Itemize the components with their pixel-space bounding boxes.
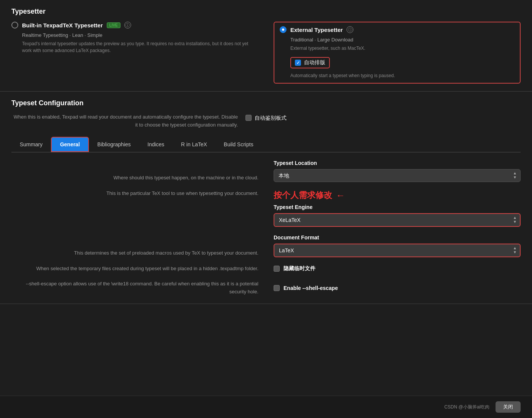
document-format-field: Document Format LaTeX ▲ ▼: [274, 234, 521, 257]
typeset-engine-desc: This is the particular TeX tool to use w…: [11, 190, 258, 227]
document-format-label: Document Format: [274, 234, 521, 241]
close-button[interactable]: 关闭: [496, 401, 521, 413]
tab-bibliographies[interactable]: Bibliographies: [89, 138, 139, 151]
external-radio[interactable]: [280, 26, 287, 33]
typeset-config-section: Typeset Configuration When this is enabl…: [0, 92, 532, 304]
builtin-option: Built-in TexpadTeX Typesetter LIVE ⓘ Rea…: [11, 22, 258, 84]
auto-detect-label: 自动鉴别板式: [255, 115, 287, 122]
external-option: External Typesetter ⓘ Traditional · Larg…: [274, 22, 521, 84]
tab-general[interactable]: General: [51, 137, 89, 152]
document-format-desc: This determines the set of preloaded mac…: [11, 234, 258, 257]
annotation-text: 按个人需求修改: [274, 190, 332, 200]
builtin-desc: Texpad's internal typesetter updates the…: [11, 40, 258, 54]
footer: CSDN @小脑斧ai吃肉 关闭: [0, 396, 532, 418]
tab-build-scripts[interactable]: Build Scripts: [215, 138, 262, 151]
builtin-info-icon[interactable]: ⓘ: [124, 22, 131, 28]
hidden-files-desc: When selected the temporary files create…: [11, 265, 258, 273]
typeset-location-select[interactable]: 本地: [274, 169, 521, 182]
document-format-select-wrapper: LaTeX ▲ ▼: [274, 244, 521, 257]
tab-r-in-latex[interactable]: R in LaTeX: [173, 138, 215, 151]
shell-escape-checkbox[interactable]: [274, 285, 280, 291]
typeset-engine-field: 按个人需求修改 ← Typeset Engine XeLaTeX ▲ ▼: [274, 190, 521, 227]
auto-typeset-label: 自动排版: [304, 59, 325, 66]
tabs-row: Summary General Bibliographies Indices R…: [11, 137, 521, 152]
auto-typeset-checkbox[interactable]: [295, 60, 301, 66]
typesetter-title: Typesetter: [11, 8, 521, 16]
external-subtitle: Traditional · Large Download: [280, 37, 515, 43]
builtin-subtitle: Realtime Typesetting · Lean · Simple: [11, 32, 258, 38]
external-header[interactable]: External Typesetter ⓘ: [280, 26, 515, 33]
tab-summary[interactable]: Summary: [11, 138, 51, 151]
typesetter-grid: Built-in TexpadTeX Typesetter LIVE ⓘ Rea…: [11, 22, 521, 84]
builtin-radio[interactable]: [11, 22, 18, 28]
general-tab-content: Where should this typeset happen, on the…: [11, 152, 521, 296]
live-badge: LIVE: [107, 22, 120, 28]
shell-escape-label: Enable --shell-escape: [283, 285, 338, 291]
tab-indices[interactable]: Indices: [139, 138, 173, 151]
builtin-label: Built-in TexpadTeX Typesetter: [22, 22, 103, 28]
config-title: Typeset Configuration: [11, 99, 521, 107]
external-desc: External typesetter, such as MacTeX.: [280, 45, 515, 52]
typeset-engine-label: Typeset Engine: [274, 204, 521, 210]
auto-typeset-desc: Automatically start a typeset when typin…: [280, 72, 515, 79]
typeset-engine-desc-text: This is the particular TeX tool to use w…: [106, 190, 258, 196]
typeset-engine-select-wrapper: XeLaTeX ▲ ▼: [274, 213, 521, 227]
typeset-engine-select[interactable]: XeLaTeX: [274, 213, 521, 227]
typeset-location-select-wrapper: 本地 ▲ ▼: [274, 169, 521, 182]
external-label: External Typesetter: [290, 27, 343, 33]
typesetter-section: Typesetter Built-in TexpadTeX Typesetter…: [0, 0, 532, 92]
footer-credit: CSDN @小脑斧ai吃肉: [444, 404, 489, 410]
external-info-icon[interactable]: ⓘ: [347, 26, 353, 33]
auto-detect-checkbox[interactable]: [245, 115, 252, 121]
auto-detect-desc: When this is enabled, Texpad will read y…: [11, 113, 238, 129]
hidden-files-label: 隐藏临时文件: [283, 265, 315, 272]
annotation-arrow: ←: [336, 190, 345, 201]
typeset-location-field: Typeset Location 本地 ▲ ▼: [274, 160, 521, 182]
builtin-header[interactable]: Built-in TexpadTeX Typesetter LIVE ⓘ: [11, 22, 258, 28]
shell-escape-desc: --shell-escape option allows use of the …: [11, 280, 258, 296]
typeset-location-label: Typeset Location: [274, 160, 521, 166]
document-format-select[interactable]: LaTeX: [274, 244, 521, 257]
typeset-location-desc: Where should this typeset happen, on the…: [11, 160, 258, 182]
hidden-files-checkbox[interactable]: [274, 266, 280, 272]
hidden-files-row: 隐藏临时文件: [274, 265, 521, 273]
shell-escape-row: Enable --shell-escape: [274, 280, 521, 296]
